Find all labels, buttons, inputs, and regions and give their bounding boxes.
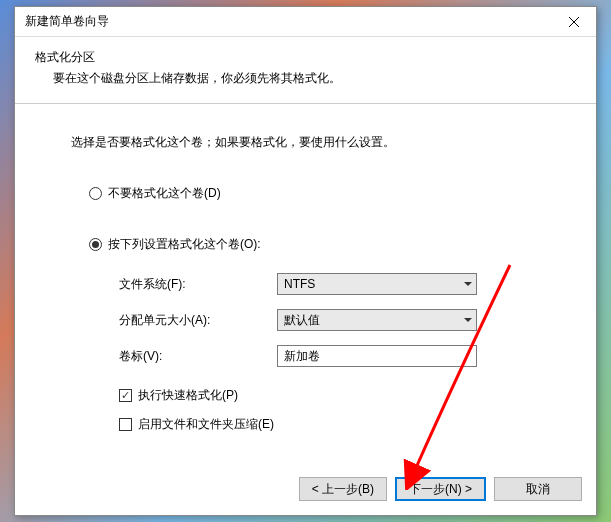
checkbox-group: 执行快速格式化(P) 启用文件和文件夹压缩(E) <box>119 387 546 433</box>
wizard-content: 选择是否要格式化这个卷；如果要格式化，要使用什么设置。 不要格式化这个卷(D) … <box>15 104 596 465</box>
radio-icon <box>89 187 102 200</box>
cancel-button[interactable]: 取消 <box>494 477 582 501</box>
back-button[interactable]: < 上一步(B) <box>299 477 387 501</box>
close-button[interactable] <box>551 7 596 37</box>
filesystem-value: NTFS <box>284 277 315 291</box>
window-title: 新建简单卷向导 <box>25 13 109 30</box>
header-desc: 要在这个磁盘分区上储存数据，你必须先将其格式化。 <box>35 70 576 87</box>
radio-icon <box>89 238 102 251</box>
format-options: 文件系统(F): NTFS 分配单元大小(A): 默认值 卷标(V): <box>119 273 546 367</box>
quick-format-label: 执行快速格式化(P) <box>138 387 238 404</box>
filesystem-row: 文件系统(F): NTFS <box>119 273 546 295</box>
wizard-header: 格式化分区 要在这个磁盘分区上储存数据，你必须先将其格式化。 <box>15 37 596 104</box>
wizard-dialog: 新建简单卷向导 格式化分区 要在这个磁盘分区上储存数据，你必须先将其格式化。 选… <box>14 6 597 516</box>
compression-checkbox[interactable]: 启用文件和文件夹压缩(E) <box>119 416 546 433</box>
chevron-down-icon <box>464 318 472 322</box>
volume-row: 卷标(V): <box>119 345 546 367</box>
chevron-down-icon <box>464 282 472 286</box>
alloc-value: 默认值 <box>284 312 320 329</box>
filesystem-label: 文件系统(F): <box>119 276 277 293</box>
volume-label: 卷标(V): <box>119 348 277 365</box>
instruction-text: 选择是否要格式化这个卷；如果要格式化，要使用什么设置。 <box>71 134 546 151</box>
radio-no-format-label: 不要格式化这个卷(D) <box>108 185 221 202</box>
quick-format-checkbox[interactable]: 执行快速格式化(P) <box>119 387 546 404</box>
filesystem-select[interactable]: NTFS <box>277 273 477 295</box>
radio-format[interactable]: 按下列设置格式化这个卷(O): <box>89 236 546 253</box>
wizard-footer: < 上一步(B) 下一步(N) > 取消 <box>15 465 596 515</box>
compression-label: 启用文件和文件夹压缩(E) <box>138 416 274 433</box>
alloc-select[interactable]: 默认值 <box>277 309 477 331</box>
alloc-row: 分配单元大小(A): 默认值 <box>119 309 546 331</box>
checkbox-icon <box>119 418 132 431</box>
alloc-label: 分配单元大小(A): <box>119 312 277 329</box>
volume-input[interactable] <box>277 345 477 367</box>
header-title: 格式化分区 <box>35 49 576 66</box>
radio-no-format[interactable]: 不要格式化这个卷(D) <box>89 185 546 202</box>
next-button[interactable]: 下一步(N) > <box>395 477 486 501</box>
radio-format-label: 按下列设置格式化这个卷(O): <box>108 236 261 253</box>
checkbox-icon <box>119 389 132 402</box>
close-icon <box>569 17 579 27</box>
radio-group: 不要格式化这个卷(D) 按下列设置格式化这个卷(O): 文件系统(F): NTF… <box>89 185 546 433</box>
titlebar: 新建简单卷向导 <box>15 7 596 37</box>
